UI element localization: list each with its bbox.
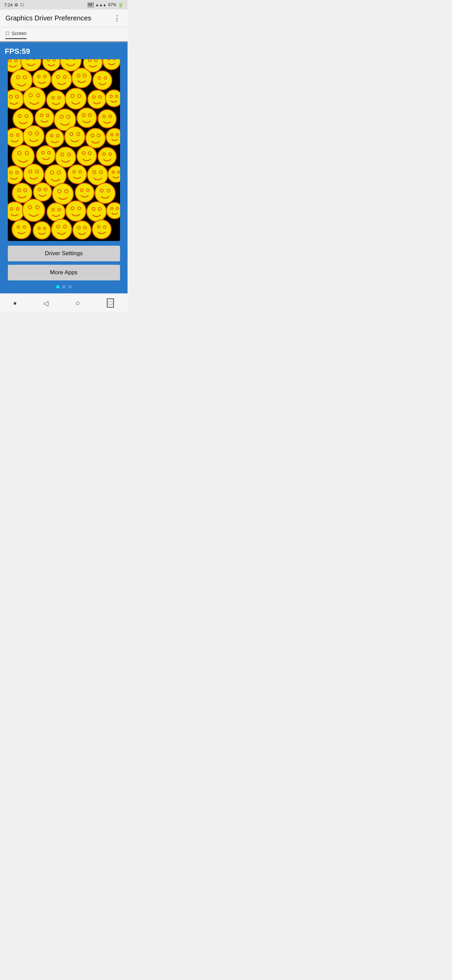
svg-point-88: [36, 146, 56, 165]
svg-point-109: [68, 165, 87, 184]
tab-screen[interactable]: Screen: [5, 30, 27, 39]
svg-point-163: [92, 220, 111, 239]
svg-point-61: [77, 108, 97, 127]
page-dots: [56, 285, 72, 288]
dot-2: [62, 285, 66, 288]
nav-recents-button[interactable]: □: [107, 298, 114, 308]
svg-point-94: [77, 146, 97, 166]
battery-label: 87%: [108, 2, 116, 7]
tab-screen-label: Screen: [11, 30, 27, 36]
nav-stop-button[interactable]: ■: [14, 301, 16, 306]
svg-point-70: [23, 126, 44, 147]
svg-point-28: [72, 68, 92, 88]
dot-3: [68, 285, 72, 288]
svg-point-145: [87, 202, 106, 221]
svg-point-22: [33, 70, 51, 88]
svg-point-12: [73, 59, 76, 60]
more-apps-button[interactable]: More Apps: [8, 265, 120, 280]
nav-back-button[interactable]: ◁: [43, 299, 48, 307]
fps-display: FPS:59: [5, 47, 30, 56]
overflow-menu-button[interactable]: ⋮: [112, 13, 122, 24]
nfc-icon: NF: [88, 3, 94, 7]
bottom-navigation: ■ ◁ ○ □: [0, 293, 127, 312]
smiley-svg: [8, 59, 120, 240]
signal-icon: ▲▲▲: [95, 3, 106, 7]
svg-point-142: [66, 201, 86, 221]
nav-home-button[interactable]: ○: [76, 299, 80, 308]
svg-point-127: [75, 183, 94, 202]
svg-point-130: [95, 183, 115, 204]
svg-point-11: [66, 59, 69, 60]
status-bar-left: 7:24 ⚙ 🖵: [4, 2, 24, 8]
svg-point-43: [65, 88, 86, 109]
svg-point-37: [23, 87, 46, 110]
svg-point-133: [8, 202, 24, 221]
svg-point-79: [86, 128, 105, 148]
svg-point-97: [98, 147, 116, 166]
dot-1: [56, 285, 60, 288]
screen-tab-icon: [5, 30, 10, 36]
battery-icon: 🔋: [118, 2, 124, 8]
svg-point-112: [87, 165, 108, 185]
svg-point-157: [51, 219, 72, 240]
svg-point-121: [33, 183, 52, 201]
svg-point-160: [73, 221, 91, 239]
svg-point-139: [47, 203, 65, 221]
svg-point-46: [88, 90, 106, 108]
status-bar: 7:24 ⚙ 🖵 NF ▲▲▲ 87% 🔋: [0, 0, 127, 10]
svg-point-136: [22, 199, 45, 221]
svg-point-31: [93, 71, 112, 90]
svg-point-34: [8, 89, 24, 109]
driver-settings-button[interactable]: Driver Settings: [8, 246, 120, 261]
time-display: 7:24: [4, 2, 13, 8]
smiley-canvas: [8, 59, 120, 241]
svg-point-76: [65, 127, 85, 147]
svg-point-124: [52, 183, 73, 205]
svg-point-82: [106, 128, 120, 145]
svg-point-91: [56, 147, 76, 167]
svg-point-148: [106, 202, 120, 219]
svg-point-67: [8, 128, 24, 147]
svg-point-73: [46, 129, 64, 147]
svg-point-115: [108, 166, 120, 182]
svg-point-49: [105, 90, 120, 107]
svg-point-100: [8, 166, 23, 184]
status-bar-right: NF ▲▲▲ 87% 🔋: [88, 2, 124, 8]
gear-icon: ⚙: [14, 2, 18, 8]
tab-bar: Screen: [0, 27, 127, 42]
main-content: FPS:59: [0, 42, 127, 293]
title-bar: Graphics Driver Preferences ⋮: [0, 10, 127, 27]
svg-point-154: [33, 221, 51, 239]
button-area: Driver Settings More Apps: [5, 246, 123, 280]
svg-point-151: [12, 220, 31, 239]
svg-point-103: [24, 164, 44, 185]
svg-point-64: [98, 110, 116, 128]
page-title: Graphics Driver Preferences: [5, 14, 91, 22]
svg-point-55: [35, 108, 54, 127]
svg-point-40: [47, 91, 66, 110]
sim-icon: 🖵: [20, 3, 24, 7]
svg-point-25: [51, 69, 72, 90]
svg-point-19: [11, 69, 32, 91]
